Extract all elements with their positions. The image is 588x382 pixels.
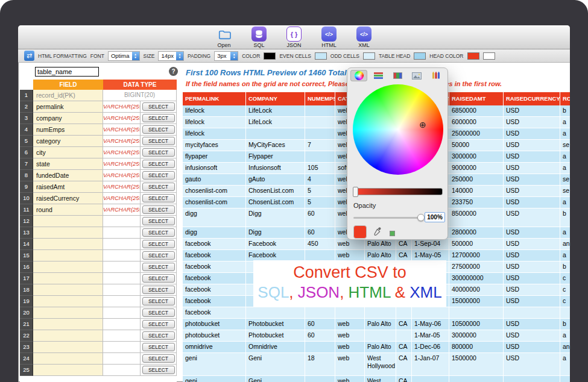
select-button[interactable]: SELECT	[142, 308, 175, 317]
font-select[interactable]: Optima ▲▼	[108, 51, 140, 61]
select-button[interactable]: SELECT	[142, 205, 175, 214]
help-button[interactable]: ?	[169, 67, 178, 76]
odd-cells-swatch[interactable]	[363, 52, 375, 60]
field-cell[interactable]: category	[33, 136, 103, 147]
tab-color-palettes[interactable]	[389, 70, 406, 81]
opacity-value[interactable]: 100%	[425, 212, 445, 222]
field-cell[interactable]: company	[33, 113, 103, 124]
select-button[interactable]: SELECT	[142, 125, 175, 134]
tab-image-palettes[interactable]	[408, 70, 425, 81]
preview-cell: infusionsoft	[183, 163, 246, 174]
field-cell[interactable]: state	[33, 158, 103, 170]
field-cell[interactable]: fundedDate	[33, 170, 103, 181]
field-cell[interactable]: raisedCurrency	[33, 193, 103, 204]
brightness-knob[interactable]	[353, 187, 358, 197]
field-cell[interactable]: record_id(PK)	[33, 90, 103, 101]
select-button[interactable]: SELECT	[142, 160, 175, 168]
preview-header-cell[interactable]: RAISEDCURRENCY	[504, 92, 560, 105]
opacity-knob[interactable]	[417, 214, 425, 221]
preview-cell: 25000000	[449, 128, 504, 140]
field-cell[interactable]	[33, 296, 103, 307]
field-cell[interactable]	[33, 250, 103, 261]
panel-toggle-icon[interactable]	[24, 51, 34, 61]
select-button[interactable]: SELECT	[142, 217, 175, 225]
field-cell[interactable]	[33, 261, 103, 273]
even-cells-swatch[interactable]	[315, 52, 327, 60]
preview-header-cell[interactable]: PERMALINK	[183, 92, 246, 105]
field-cell[interactable]	[33, 307, 103, 319]
opacity-slider[interactable]	[353, 217, 421, 219]
html-button[interactable]: HTML	[315, 27, 343, 49]
field-cell[interactable]: raisedAmt	[33, 181, 103, 193]
mini-swatch[interactable]	[390, 231, 395, 236]
row-number: 2	[20, 101, 33, 113]
table-name-input[interactable]	[35, 67, 99, 77]
padding-label: PADDING	[188, 53, 210, 59]
field-cell[interactable]	[33, 353, 103, 365]
field-cell[interactable]	[33, 227, 103, 239]
field-cell[interactable]	[33, 342, 103, 353]
select-button[interactable]: SELECT	[142, 137, 175, 145]
type-cell	[103, 353, 141, 365]
preview-cell: a	[560, 197, 570, 208]
text-color-swatch[interactable]	[264, 52, 276, 60]
field-cell[interactable]	[33, 239, 103, 250]
tab-color-wheel[interactable]	[350, 70, 367, 81]
open-button[interactable]: Open	[210, 27, 238, 49]
field-cell[interactable]	[33, 319, 103, 330]
select-button[interactable]: SELECT	[142, 297, 175, 305]
field-cell[interactable]	[33, 284, 103, 296]
preview-cell: MyCityFaces	[246, 140, 305, 151]
select-button[interactable]: SELECT	[142, 286, 175, 294]
select-button[interactable]: SELECT	[142, 102, 175, 111]
preview-header-cell[interactable]: ROUND	[560, 92, 570, 105]
select-button[interactable]: SELECT	[142, 343, 175, 351]
table-head-swatch[interactable]	[414, 52, 426, 60]
preview-cell: 1-Mar-05	[412, 330, 449, 342]
select-button[interactable]: SELECT	[142, 320, 175, 328]
select-button[interactable]: SELECT	[142, 228, 175, 237]
select-button[interactable]: SELECT	[142, 274, 175, 283]
select-button[interactable]: SELECT	[142, 263, 175, 271]
field-cell[interactable]: numEmps	[33, 124, 103, 136]
select-button[interactable]: SELECT	[142, 148, 175, 157]
size-select[interactable]: 14px ▲▼	[158, 51, 184, 61]
xml-button[interactable]: XML	[350, 27, 378, 49]
brightness-slider[interactable]	[353, 188, 443, 195]
select-button[interactable]: SELECT	[142, 251, 175, 260]
padding-select[interactable]: 3px ▲▼	[214, 51, 238, 61]
field-cell[interactable]	[33, 365, 103, 376]
field-cell[interactable]: round	[33, 204, 103, 216]
select-button[interactable]: SELECT	[142, 331, 175, 340]
preview-header-cell[interactable]: COMPANY	[246, 92, 305, 105]
json-button[interactable]: JSON	[280, 27, 308, 49]
tab-color-sliders[interactable]	[370, 70, 387, 81]
select-button[interactable]: SELECT	[142, 366, 175, 374]
select-button[interactable]: SELECT	[142, 114, 175, 122]
size-label: SIZE	[144, 53, 155, 59]
row-number: 23	[20, 342, 33, 353]
preview-header-cell[interactable]: RAISEDAMT	[449, 92, 504, 105]
eyedropper-icon[interactable]	[373, 227, 382, 236]
pencils-icon	[432, 70, 440, 81]
select-button[interactable]: SELECT	[142, 183, 175, 191]
select-button[interactable]: SELECT	[142, 194, 175, 202]
field-cell[interactable]	[33, 273, 103, 284]
field-cell[interactable]	[33, 216, 103, 227]
tab-pencils[interactable]	[428, 70, 444, 81]
select-button[interactable]: SELECT	[142, 240, 175, 248]
color-wheel[interactable]	[353, 84, 443, 175]
preview-cell	[449, 376, 504, 382]
preview-header-cell[interactable]: NUMEMPS	[305, 92, 335, 105]
sql-button[interactable]: SQL	[245, 27, 273, 49]
field-cell[interactable]	[33, 330, 103, 342]
select-button[interactable]: SELECT	[142, 171, 175, 180]
head-text-color-swatch[interactable]	[483, 52, 495, 60]
preview-cell: se	[560, 186, 570, 197]
select-button[interactable]: SELECT	[142, 354, 175, 363]
head-color-swatch[interactable]	[467, 52, 479, 60]
selected-color-swatch[interactable]	[353, 225, 367, 239]
color-wheel-marker[interactable]	[419, 121, 426, 129]
field-cell[interactable]: city	[33, 147, 103, 158]
field-cell[interactable]: permalink	[33, 101, 103, 113]
